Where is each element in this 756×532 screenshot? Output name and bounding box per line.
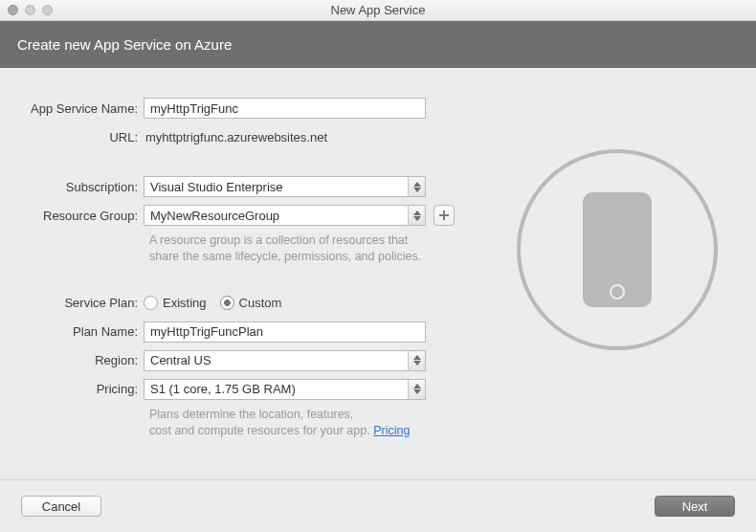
minimize-window-icon[interactable] (25, 5, 35, 15)
radio-label-custom: Custom (239, 296, 282, 310)
label-app-service-name: App Service Name: (19, 101, 144, 116)
phone-illustration (517, 149, 718, 350)
dialog-footer: Cancel Next (0, 479, 756, 532)
label-service-plan: Service Plan: (19, 296, 144, 310)
phone-icon (583, 192, 652, 307)
label-subscription: Subscription: (19, 180, 144, 194)
pricing-help: Plans determine the location, features, … (149, 407, 465, 439)
chevron-updown-icon (408, 380, 425, 399)
resource-group-help: A resource group is a collection of reso… (149, 233, 465, 265)
service-plan-existing-radio[interactable]: Existing (144, 296, 207, 310)
radio-label-existing: Existing (163, 296, 207, 310)
radio-icon (220, 296, 234, 310)
pricing-link[interactable]: Pricing (373, 424, 410, 437)
service-plan-custom-radio[interactable]: Custom (220, 296, 282, 310)
label-region: Region: (19, 353, 144, 367)
plan-name-input[interactable] (144, 321, 426, 343)
next-button[interactable]: Next (655, 496, 735, 517)
label-url: URL: (19, 130, 144, 144)
pricing-select[interactable]: S1 (1 core, 1.75 GB RAM) (144, 379, 426, 400)
form-area: App Service Name: URL: myhttptrigfunc.az… (0, 68, 756, 477)
label-plan-name: Plan Name: (19, 324, 144, 339)
radio-icon (144, 296, 158, 310)
circle-icon (517, 149, 718, 350)
label-pricing: Pricing: (19, 382, 144, 396)
window-controls[interactable] (0, 5, 53, 15)
subscription-select-value: Visual Studio Enterprise (144, 176, 426, 197)
resource-group-value[interactable]: MyNewResourceGroup (144, 205, 426, 226)
add-resource-group-button[interactable] (434, 205, 455, 226)
label-resource-group: Resource Group: (19, 209, 144, 223)
pricing-select-value: S1 (1 core, 1.75 GB RAM) (144, 379, 426, 400)
subscription-select[interactable]: Visual Studio Enterprise (144, 176, 426, 197)
chevron-updown-icon (408, 206, 425, 225)
window-title: New App Service (0, 3, 756, 17)
cancel-button[interactable]: Cancel (21, 496, 101, 517)
region-select[interactable]: Central US (144, 350, 426, 371)
plus-icon (438, 210, 450, 221)
resource-group-combo[interactable]: MyNewResourceGroup (144, 205, 426, 226)
close-window-icon[interactable] (8, 5, 18, 15)
dialog-header: Create new App Service on Azure (0, 21, 756, 68)
app-service-name-input[interactable] (144, 98, 426, 119)
url-value: myhttptrigfunc.azurewebsites.net (144, 130, 327, 144)
page-title: Create new App Service on Azure (17, 36, 232, 53)
zoom-window-icon[interactable] (42, 5, 53, 15)
chevron-updown-icon (408, 177, 425, 196)
window-titlebar: New App Service (0, 0, 756, 21)
chevron-updown-icon (408, 351, 425, 370)
region-select-value: Central US (144, 350, 426, 371)
